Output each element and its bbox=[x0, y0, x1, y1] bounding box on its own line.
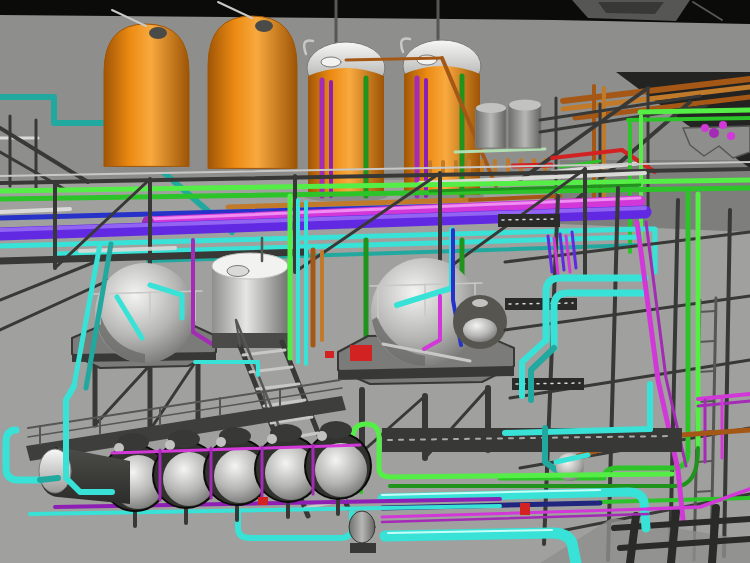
row-red-valve bbox=[258, 497, 268, 505]
grate-bar-v2 bbox=[671, 512, 676, 563]
filter-vessel-face bbox=[463, 318, 497, 342]
ladder-rung-7 bbox=[695, 491, 711, 492]
tank2-vent bbox=[255, 20, 273, 32]
mixer-3-motor bbox=[216, 437, 226, 447]
drum-2 bbox=[509, 105, 541, 148]
storage-tank-orange-2 bbox=[208, 16, 297, 168]
tank1-vent bbox=[149, 27, 167, 39]
tank3-manhole bbox=[321, 57, 341, 67]
hcyl-cyan-stub bbox=[40, 478, 58, 480]
drum-1-top bbox=[476, 103, 506, 113]
day-tank-skirt bbox=[212, 333, 288, 348]
tr-green-2 bbox=[628, 118, 750, 120]
ladder-rung-1 bbox=[699, 311, 715, 312]
drum-2-top bbox=[509, 100, 541, 111]
tank-bridge-pipe bbox=[346, 58, 442, 60]
filter-vessel-nozzle bbox=[472, 299, 488, 307]
magenta-fitting-1 bbox=[701, 124, 709, 132]
plant-model-geometry bbox=[0, 0, 750, 563]
red-box-small bbox=[325, 351, 334, 358]
mixer-4-motor bbox=[267, 434, 277, 444]
day-tank-top bbox=[212, 253, 288, 279]
cyan-mid-right bbox=[505, 429, 650, 433]
pump-base bbox=[350, 543, 376, 553]
grate-bar-v3 bbox=[712, 508, 716, 563]
plant-3d-viewport[interactable] bbox=[0, 0, 750, 563]
mixer-5-face bbox=[315, 443, 367, 497]
pump-body bbox=[349, 511, 375, 543]
mixer-2-motor bbox=[165, 440, 175, 450]
storage-tank-orange-1 bbox=[104, 24, 189, 166]
plant-3d-scene bbox=[0, 0, 750, 563]
magenta-fitting-4 bbox=[727, 132, 735, 140]
magenta-fitting-2 bbox=[709, 128, 719, 138]
overhead-hopper-inner bbox=[598, 2, 664, 14]
drum-1 bbox=[476, 108, 506, 148]
tr-green-1 bbox=[640, 110, 750, 112]
magenta-fitting-3 bbox=[719, 121, 727, 129]
tank4-manhole bbox=[417, 55, 437, 65]
mixer-5-motor bbox=[317, 431, 327, 441]
red-box bbox=[350, 345, 372, 361]
red-valve bbox=[520, 503, 530, 515]
day-tank-manhole bbox=[227, 266, 249, 277]
grating-strip-1 bbox=[498, 214, 560, 227]
